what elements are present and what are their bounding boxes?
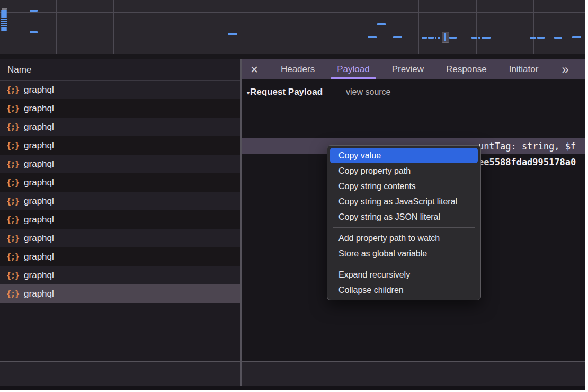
table-row-graphql[interactable]: {;}graphql	[0, 229, 240, 247]
view-source-link[interactable]: view source	[346, 87, 390, 97]
table-row-graphql[interactable]: {;}graphql	[0, 192, 240, 210]
menu-item-store-as-global-variable[interactable]: Store as global variable	[327, 246, 480, 261]
table-row-graphql[interactable]: {;}graphql	[0, 266, 240, 284]
request-timing-bar	[428, 37, 434, 39]
tab-payload[interactable]: Payload	[337, 64, 369, 75]
overview-bottom-gap	[0, 54, 585, 59]
request-name: graphql	[24, 159, 54, 170]
request-timing-bar	[572, 36, 581, 38]
table-row-graphql[interactable]: {;}graphql	[0, 247, 240, 266]
request-timing-bar	[228, 33, 237, 35]
request-name: graphql	[24, 215, 54, 225]
bottom-edge-strip	[0, 386, 585, 390]
overview-row-divider	[0, 12, 585, 13]
json-braces-icon: {;}	[6, 122, 19, 132]
more-tabs-icon[interactable]: »	[562, 63, 568, 76]
request-timing-bar	[478, 37, 480, 39]
json-braces-icon: {;}	[6, 234, 19, 243]
menu-item-copy-value[interactable]: Copy value	[330, 148, 478, 163]
request-timing-bar	[393, 36, 402, 38]
request-timing-bar	[1, 14, 7, 16]
overview-gridline	[533, 0, 534, 54]
request-timing-bar	[422, 37, 427, 39]
request-timing-bar	[368, 36, 377, 38]
request-timing-bar	[377, 23, 386, 25]
close-icon[interactable]: ✕	[250, 65, 259, 75]
json-braces-icon: {;}	[6, 215, 19, 225]
request-timing-bar	[1, 25, 7, 26]
network-overview[interactable]	[0, 0, 585, 54]
request-timing-bar	[554, 37, 562, 39]
overview-gridline	[171, 0, 171, 54]
request-timing-bar	[1, 23, 7, 24]
request-name: graphql	[24, 85, 54, 95]
overview-gridline	[228, 0, 228, 54]
menu-item-copy-string-as-json-literal[interactable]: Copy string as JSON literal	[327, 209, 480, 225]
table-row-graphql[interactable]: {;}graphql	[0, 81, 240, 99]
property-value-right: untTag: string, $f	[478, 138, 576, 154]
context-menu: Copy valueCopy property pathCopy string …	[327, 145, 481, 300]
json-row-operationName[interactable]: operationName: "ipFlowTimeseries"	[242, 122, 585, 138]
menu-item-copy-string-contents[interactable]: Copy string contents	[327, 179, 480, 194]
menu-item-copy-property-path[interactable]: Copy property path	[327, 163, 480, 179]
request-timing-bar	[30, 31, 38, 33]
overview-gridline	[113, 0, 114, 54]
devtools-screenshot: Name {;}graphql{;}graphql{;}graphql{;}gr…	[0, 0, 588, 392]
request-timing-bar	[537, 37, 545, 39]
request-name: graphql	[24, 252, 54, 262]
json-braces-icon: {;}	[6, 85, 19, 95]
request-timing-bar	[435, 37, 436, 39]
request-name: graphql	[24, 270, 54, 281]
tab-preview[interactable]: Preview	[392, 64, 424, 75]
json-braces-icon: {;}	[6, 104, 19, 113]
json-braces-icon: {;}	[6, 141, 19, 150]
request-name: graphql	[24, 233, 54, 244]
name-column-label: Name	[7, 65, 31, 75]
tab-headers[interactable]: Headers	[281, 64, 315, 75]
request-payload-header[interactable]: ▾ Request Payload view source	[247, 87, 391, 97]
json-braces-icon: {;}	[6, 252, 19, 262]
table-row-graphql[interactable]: {;}graphql	[0, 210, 240, 229]
json-braces-icon: {;}	[6, 289, 19, 299]
request-timing-bar	[1, 16, 7, 18]
menu-item-copy-string-as-javascript-literal[interactable]: Copy string as JavaScript literal	[327, 194, 480, 209]
menu-item-expand-recursively[interactable]: Expand recursively	[327, 267, 480, 282]
overview-gridline	[476, 0, 477, 54]
request-name: graphql	[24, 122, 54, 132]
json-braces-icon: {;}	[6, 197, 19, 206]
request-timing-bar	[1, 21, 7, 22]
table-row-graphql[interactable]: {;}graphql	[0, 118, 240, 136]
overview-gridline	[302, 0, 302, 54]
json-braces-icon: {;}	[6, 178, 19, 188]
json-root-row[interactable]: ▼{operationName: "ipFlowTimeseries", var…	[242, 106, 585, 122]
request-name: graphql	[24, 177, 54, 188]
request-table: Name {;}graphql{;}graphql{;}graphql{;}gr…	[0, 59, 240, 361]
request-list: {;}graphql{;}graphql{;}graphql{;}graphql…	[0, 81, 240, 303]
footer-divider	[0, 361, 585, 362]
request-timing-bar	[449, 37, 457, 39]
request-name: graphql	[24, 196, 54, 207]
request-name: graphql	[24, 289, 54, 299]
tab-initiator[interactable]: Initiator	[509, 64, 539, 75]
collapse-triangle-icon[interactable]: ▾	[247, 90, 250, 96]
name-column-header[interactable]: Name	[0, 59, 240, 81]
table-row-graphql[interactable]: {;}graphql	[0, 284, 240, 303]
table-row-graphql[interactable]: {;}graphql	[0, 155, 240, 173]
devtools-network-panel: Name {;}graphql{;}graphql{;}graphql{;}gr…	[0, 0, 585, 390]
property-value-right: ee5588fdad995178a0	[478, 154, 576, 170]
section-title: Request Payload	[250, 87, 323, 97]
request-timing-bar	[471, 37, 477, 39]
menu-item-add-property-path-to-watch[interactable]: Add property path to watch	[327, 230, 480, 246]
table-row-graphql[interactable]: {;}graphql	[0, 99, 240, 118]
overview-hover-marker	[442, 32, 449, 43]
table-row-graphql[interactable]: {;}graphql	[0, 136, 240, 155]
request-timing-bar	[530, 37, 536, 39]
request-timing-bar	[1, 19, 7, 20]
marker-bar	[444, 33, 446, 41]
table-row-graphql[interactable]: {;}graphql	[0, 173, 240, 192]
tab-response[interactable]: Response	[446, 64, 487, 75]
request-timing-bar	[1, 10, 7, 12]
request-timing-bar	[1, 27, 7, 29]
detail-tabs: ✕ HeadersPayloadPreviewResponseInitiator…	[242, 59, 585, 79]
menu-item-collapse-children[interactable]: Collapse children	[327, 282, 480, 298]
